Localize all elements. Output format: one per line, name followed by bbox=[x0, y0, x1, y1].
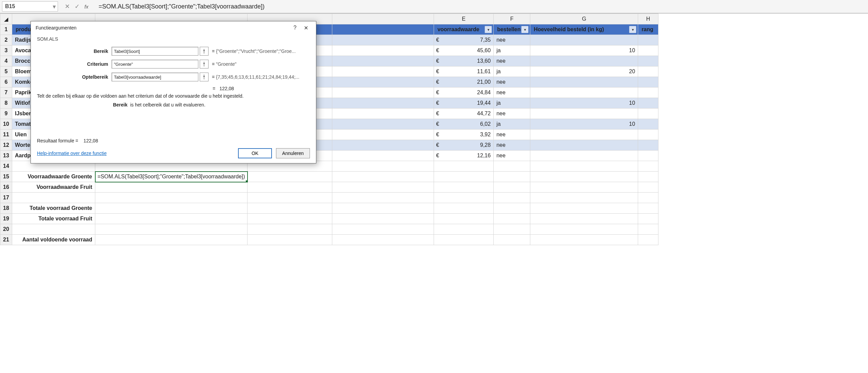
besteld-cell[interactable] bbox=[530, 130, 638, 140]
cell-d[interactable] bbox=[332, 45, 434, 56]
voorraadwaarde-cell[interactable]: 24,84 bbox=[434, 87, 494, 98]
name-box[interactable]: B15 ▾ bbox=[2, 1, 58, 12]
voorraadwaarde-cell[interactable]: 6,02 bbox=[434, 119, 494, 130]
label-voorraad-fruit[interactable]: Voorraadwaarde Fruit bbox=[12, 182, 95, 193]
bestellen-cell[interactable]: nee bbox=[494, 109, 530, 119]
rang-cell[interactable] bbox=[638, 66, 658, 77]
arg-input[interactable]: "Groente" bbox=[112, 60, 198, 68]
row-header[interactable]: 6 bbox=[0, 77, 12, 87]
collapse-dialog-icon[interactable]: ⭱ bbox=[200, 73, 209, 81]
dialog-help-icon[interactable]: ? bbox=[290, 25, 300, 31]
active-cell-b15[interactable]: =SOM.ALS(Tabel3[Soort];"Groente";Tabel3[… bbox=[95, 172, 248, 182]
label-voorraad-groente[interactable]: Voorraadwaarde Groente bbox=[12, 172, 95, 182]
row-header[interactable]: 18 bbox=[0, 203, 12, 214]
row-header[interactable]: 4 bbox=[0, 56, 12, 66]
rang-cell[interactable] bbox=[638, 109, 658, 119]
col-header-f[interactable]: F bbox=[494, 14, 530, 24]
besteld-cell[interactable] bbox=[530, 87, 638, 98]
voorraadwaarde-cell[interactable]: 45,60 bbox=[434, 45, 494, 56]
col-header-e[interactable]: E bbox=[434, 14, 494, 24]
bestellen-cell[interactable]: ja bbox=[494, 45, 530, 56]
cell-d[interactable] bbox=[332, 109, 434, 119]
row-header[interactable]: 20 bbox=[0, 224, 12, 235]
voorraadwaarde-cell[interactable]: 9,28 bbox=[434, 140, 494, 151]
bestellen-cell[interactable]: nee bbox=[494, 130, 530, 140]
besteld-cell[interactable] bbox=[530, 151, 638, 161]
cell-d[interactable] bbox=[332, 130, 434, 140]
select-all-triangle[interactable]: ◢ bbox=[0, 14, 12, 24]
cell-d[interactable] bbox=[332, 140, 434, 151]
col-header-d[interactable] bbox=[332, 14, 434, 24]
rang-cell[interactable] bbox=[638, 130, 658, 140]
label-aantal-voldoende[interactable]: Aantal voldoende voorraad bbox=[12, 235, 95, 245]
rang-cell[interactable] bbox=[638, 140, 658, 151]
row-header[interactable]: 3 bbox=[0, 45, 12, 56]
row-header[interactable]: 14 bbox=[0, 161, 12, 172]
besteld-cell[interactable] bbox=[530, 77, 638, 87]
besteld-cell[interactable] bbox=[530, 35, 638, 45]
voorraadwaarde-cell[interactable]: 12,16 bbox=[434, 151, 494, 161]
table-header-rang[interactable]: rang bbox=[638, 24, 658, 35]
table-header-d[interactable] bbox=[332, 24, 434, 35]
formula-bar-input[interactable]: =SOM.ALS(Tabel3[Soort];"Groente";Tabel3[… bbox=[95, 3, 866, 10]
besteld-cell[interactable] bbox=[530, 56, 638, 66]
voorraadwaarde-cell[interactable]: 11,61 bbox=[434, 66, 494, 77]
table-header-bestellen[interactable]: bestellen ▾ bbox=[494, 24, 530, 35]
voorraadwaarde-cell[interactable]: 19,44 bbox=[434, 98, 494, 109]
cancel-button[interactable]: Annuleren bbox=[276, 148, 310, 158]
accept-formula-icon[interactable]: ✓ bbox=[75, 3, 80, 10]
rang-cell[interactable] bbox=[638, 119, 658, 130]
cell-d[interactable] bbox=[332, 77, 434, 87]
filter-dropdown-icon[interactable]: ▾ bbox=[485, 26, 492, 33]
ok-button[interactable]: OK bbox=[238, 148, 272, 158]
row-header[interactable]: 9 bbox=[0, 109, 12, 119]
bestellen-cell[interactable]: ja bbox=[494, 66, 530, 77]
besteld-cell[interactable] bbox=[530, 109, 638, 119]
rang-cell[interactable] bbox=[638, 45, 658, 56]
label-totale-fruit[interactable]: Totale voorraad Fruit bbox=[12, 214, 95, 224]
dialog-titlebar[interactable]: Functieargumenten ? ✕ bbox=[31, 21, 316, 34]
cell-d[interactable] bbox=[332, 119, 434, 130]
row-header[interactable]: 8 bbox=[0, 98, 12, 109]
cell-d[interactable] bbox=[332, 66, 434, 77]
besteld-cell[interactable]: 20 bbox=[530, 66, 638, 77]
row-header[interactable]: 21 bbox=[0, 235, 12, 245]
rang-cell[interactable] bbox=[638, 56, 658, 66]
voorraadwaarde-cell[interactable]: 21,00 bbox=[434, 77, 494, 87]
col-header-h[interactable]: H bbox=[638, 14, 658, 24]
row-header[interactable]: 1 bbox=[0, 24, 12, 35]
cell-d[interactable] bbox=[332, 98, 434, 109]
table-header-besteld[interactable]: Hoeveelheid besteld (in kg) ▾ bbox=[530, 24, 638, 35]
row-header[interactable]: 17 bbox=[0, 193, 12, 203]
besteld-cell[interactable]: 10 bbox=[530, 98, 638, 109]
bestellen-cell[interactable]: nee bbox=[494, 140, 530, 151]
filter-dropdown-icon[interactable]: ▾ bbox=[521, 26, 529, 33]
row-header[interactable]: 7 bbox=[0, 87, 12, 98]
voorraadwaarde-cell[interactable]: 13,60 bbox=[434, 56, 494, 66]
col-header-g[interactable]: G bbox=[530, 14, 638, 24]
dialog-close-icon[interactable]: ✕ bbox=[300, 25, 311, 31]
rang-cell[interactable] bbox=[638, 77, 658, 87]
label-totale-groente[interactable]: Totale voorraad Groente bbox=[12, 203, 95, 214]
arg-input[interactable]: Tabel3[voorraadwaarde] bbox=[112, 73, 198, 81]
cell-d[interactable] bbox=[332, 151, 434, 161]
besteld-cell[interactable] bbox=[530, 140, 638, 151]
bestellen-cell[interactable]: ja bbox=[494, 119, 530, 130]
cell-d[interactable] bbox=[332, 87, 434, 98]
table-header-voorraadwaarde[interactable]: voorraadwaarde ▾ bbox=[434, 24, 494, 35]
bestellen-cell[interactable]: nee bbox=[494, 35, 530, 45]
name-box-dropdown-icon[interactable]: ▾ bbox=[53, 3, 56, 10]
row-header[interactable]: 2 bbox=[0, 35, 12, 45]
row-header[interactable]: 10 bbox=[0, 119, 12, 130]
fill-handle[interactable] bbox=[246, 180, 248, 182]
collapse-dialog-icon[interactable]: ⭱ bbox=[200, 47, 209, 56]
bestellen-cell[interactable]: nee bbox=[494, 56, 530, 66]
bestellen-cell[interactable]: ja bbox=[494, 98, 530, 109]
voorraadwaarde-cell[interactable]: 3,92 bbox=[434, 130, 494, 140]
row-header[interactable]: 12 bbox=[0, 140, 12, 151]
row-header[interactable]: 19 bbox=[0, 214, 12, 224]
bestellen-cell[interactable]: nee bbox=[494, 77, 530, 87]
besteld-cell[interactable]: 10 bbox=[530, 119, 638, 130]
arg-input[interactable]: Tabel3[Soort] bbox=[112, 47, 198, 56]
voorraadwaarde-cell[interactable]: 44,72 bbox=[434, 109, 494, 119]
